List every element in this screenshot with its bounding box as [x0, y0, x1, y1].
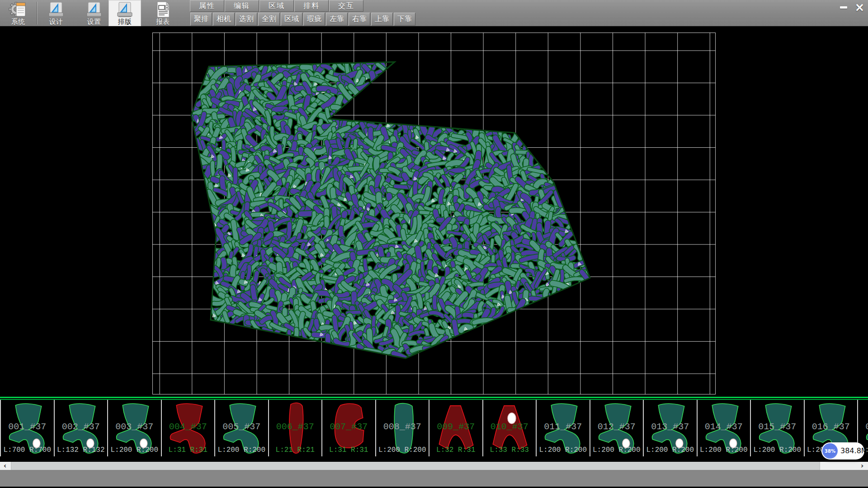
piece-lr-count: L:200 R:200	[644, 446, 697, 454]
module-button-2[interactable]: 设计	[40, 0, 72, 26]
piece-name: 007_#37	[322, 422, 375, 432]
progress-percent: 38%	[825, 449, 835, 454]
module-button-1[interactable]: 系统	[2, 0, 34, 26]
nesting-canvas[interactable]	[0, 26, 868, 397]
set-square-icon	[46, 1, 66, 18]
piece-lr-count: L:200 R:200	[590, 446, 643, 454]
piece-name: 015_#37	[751, 422, 804, 432]
module-label: 系统	[2, 18, 34, 25]
menu-button-2[interactable]: 编辑	[225, 0, 259, 12]
menu-button-4[interactable]: 排料	[294, 0, 329, 12]
set-square-icon	[84, 1, 104, 18]
piece-lr-count: L:700 R:700	[1, 446, 54, 454]
piece-name: 002_#37	[55, 422, 108, 432]
toolbar-divider	[37, 2, 38, 24]
piece-thumbnail-7[interactable]: 007_#37 L:31 R:31	[321, 400, 375, 456]
set-square-icon	[115, 1, 135, 18]
report-doc-icon	[153, 1, 173, 18]
piece-name: 017_#37	[858, 422, 868, 432]
piece-lr-count: L:200 R:200	[698, 446, 750, 454]
piece-lr-count: L:21 R:21	[269, 446, 322, 454]
piece-lr-count: L:32 R:31	[429, 446, 482, 454]
piece-thumbnail-14[interactable]: 014_#37 L:200 R:200	[697, 400, 750, 456]
module-button-5[interactable]: 报表	[146, 0, 179, 26]
piece-lr-count: L:33 R:33	[483, 446, 536, 454]
tool-button-10[interactable]: 下靠	[394, 13, 415, 26]
piece-name: 016_#37	[805, 422, 858, 432]
status-bar	[0, 470, 868, 487]
piece-name: 014_#37	[698, 422, 750, 432]
menu-button-1[interactable]: 属性	[190, 0, 224, 12]
module-label: 设置	[78, 18, 110, 25]
progress-circle-icon: 38%	[822, 443, 838, 459]
main-toolbar: 系统 设计 设置 排版	[0, 0, 868, 26]
nesting-canvas-area	[0, 26, 868, 397]
piece-thumbnail-5[interactable]: 005_#37 L:200 R:200	[214, 400, 268, 456]
piece-lr-count: L:31 R:31	[162, 446, 215, 454]
tool-button-7[interactable]: 左靠	[326, 13, 348, 26]
piece-thumbnail-3[interactable]: 003_#37 L:200 R:200	[107, 400, 161, 456]
piece-thumbnail-1[interactable]: 001_#37 L:700 R:700	[0, 400, 54, 456]
app-window: 系统 设计 设置 排版	[0, 0, 868, 488]
module-label: 设计	[40, 18, 72, 25]
piece-lr-count: L:200 R:200	[537, 446, 590, 454]
piece-thumbnail-12[interactable]: 012_#37 L:200 R:200	[590, 400, 643, 456]
piece-lr-count: L:200 R:200	[215, 446, 268, 454]
piece-thumbnail-9[interactable]: 009_#37 L:32 R:31	[429, 400, 482, 456]
tool-button-3[interactable]: 选割	[236, 13, 257, 26]
piece-lr-count: L:200 R:200	[376, 446, 429, 454]
piece-name: 008_#37	[376, 422, 429, 432]
piece-lr-count: L:31 R:31	[322, 446, 375, 454]
menu-row: 属性编辑区域排料交互	[190, 0, 364, 12]
piece-name: 004_#37	[162, 422, 215, 432]
piece-thumbnail-2[interactable]: 002_#37 L:132 R:132	[54, 400, 108, 456]
module-label: 排版	[108, 18, 141, 25]
piece-name: 001_#37	[1, 422, 54, 432]
tool-button-1[interactable]: 聚排	[190, 13, 212, 26]
tool-button-4[interactable]: 全割	[258, 13, 280, 26]
piece-name: 005_#37	[215, 422, 268, 432]
menu-button-5[interactable]: 交互	[329, 0, 363, 12]
tool-button-2[interactable]: 相机	[213, 13, 235, 26]
piece-name: 009_#37	[429, 422, 482, 432]
piece-name: 003_#37	[108, 422, 161, 432]
minimize-button[interactable]	[836, 1, 851, 14]
piece-name: 011_#37	[537, 422, 590, 432]
memory-value: 384.8M	[840, 442, 868, 460]
piece-name: 010_#37	[483, 422, 536, 432]
piece-thumbnail-4[interactable]: 004_#37 L:31 R:31	[161, 400, 215, 456]
module-button-4[interactable]: 排版	[108, 0, 141, 26]
piece-name: 006_#37	[269, 422, 322, 432]
pieces-bar-top-line	[0, 397, 868, 398]
piece-thumbnail-8[interactable]: 008_#37 L:200 R:200	[375, 400, 429, 456]
scroll-left-arrow-icon[interactable]: ‹	[0, 462, 10, 470]
memory-progress-pill[interactable]: 38% 384.8M	[821, 442, 864, 460]
module-button-3[interactable]: 设置	[78, 0, 110, 26]
horizontal-scrollbar[interactable]: ‹ ›	[0, 462, 868, 470]
piece-thumbnail-13[interactable]: 013_#37 L:200 R:200	[643, 400, 697, 456]
tool-button-5[interactable]: 区域	[281, 13, 302, 26]
piece-thumbnail-10[interactable]: 010_#37 L:33 R:33	[482, 400, 536, 456]
menu-button-3[interactable]: 区域	[259, 0, 294, 12]
system-gear-icon	[8, 1, 28, 18]
piece-thumbnail-6[interactable]: 006_#37 L:21 R:21	[268, 400, 322, 456]
tool-row: 聚排相机选割全割区域瑕疵左靠右靠上靠下靠	[190, 13, 416, 26]
tool-button-9[interactable]: 上靠	[371, 13, 393, 26]
close-button[interactable]: ×	[852, 1, 867, 14]
piece-thumbnail-15[interactable]: 015_#37 L:200 R:200	[750, 400, 804, 456]
close-icon: ×	[855, 1, 865, 13]
tool-button-6[interactable]: 瑕疵	[303, 13, 325, 26]
module-label: 报表	[146, 18, 179, 25]
minimize-icon	[840, 6, 847, 9]
piece-lr-count: L:200 R:200	[108, 446, 161, 454]
scroll-right-arrow-icon[interactable]: ›	[857, 462, 867, 470]
tool-button-8[interactable]: 右靠	[349, 13, 370, 26]
piece-thumbnail-list: 001_#37 L:700 R:700 002_#37 L:132 R:132 …	[0, 400, 868, 456]
piece-lr-count: L:200 R:200	[751, 446, 804, 454]
piece-lr-count: L:132 R:132	[55, 446, 108, 454]
scrollbar-thumb[interactable]	[11, 462, 820, 470]
piece-name: 013_#37	[644, 422, 697, 432]
piece-thumbnail-11[interactable]: 011_#37 L:200 R:200	[536, 400, 590, 456]
piece-name: 012_#37	[590, 422, 643, 432]
pieces-bar: 001_#37 L:700 R:700 002_#37 L:132 R:132 …	[0, 397, 868, 456]
